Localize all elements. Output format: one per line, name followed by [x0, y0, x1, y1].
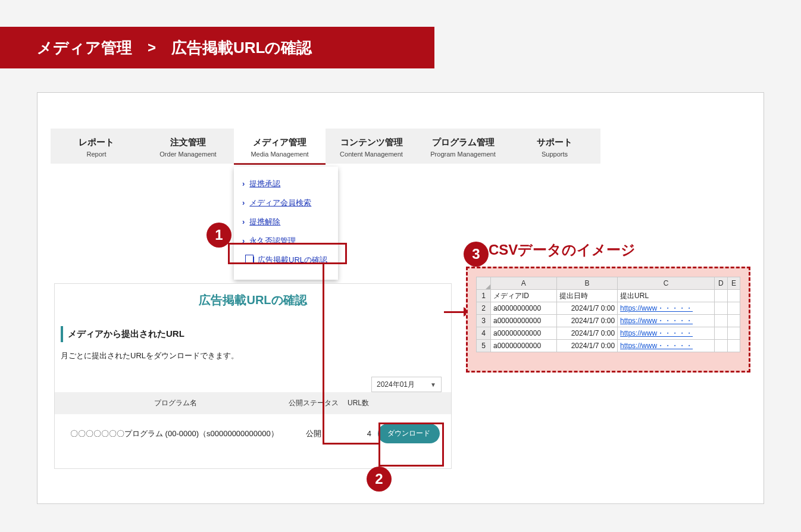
- connector-line: [323, 264, 324, 445]
- cell-datetime[interactable]: 2024/1/7 0:00: [556, 327, 617, 340]
- spreadsheet-row: 3 a00000000000 2024/1/7 0:00 https://www…: [477, 315, 740, 327]
- nav-support[interactable]: サポート Supports: [509, 129, 600, 164]
- month-select-value: 2024年01月: [377, 380, 415, 390]
- col-B[interactable]: B: [556, 277, 617, 290]
- row-number[interactable]: 4: [477, 327, 491, 340]
- col-E[interactable]: E: [727, 277, 740, 290]
- row-number[interactable]: 3: [477, 315, 491, 327]
- cell-datetime[interactable]: 2024/1/7 0:00: [556, 340, 617, 352]
- header-mediaid[interactable]: メディアID: [491, 290, 557, 302]
- cell-mediaid[interactable]: a00000000000: [491, 315, 557, 327]
- page-title: 広告掲載URLの確認: [55, 292, 451, 308]
- cell-mediaid[interactable]: a00000000000: [491, 302, 557, 315]
- document-icon: [247, 256, 254, 264]
- cell-url[interactable]: https://www・・・・・: [618, 327, 715, 340]
- screenshot-panel: レポート Report 注文管理 Order Management メディア管理…: [37, 92, 764, 504]
- cell-urlcount: 4: [340, 429, 376, 438]
- step-bullet-3: 3: [464, 242, 489, 267]
- header-datetime[interactable]: 提出日時: [556, 290, 617, 302]
- cell-datetime[interactable]: 2024/1/7 0:00: [556, 315, 617, 327]
- nav-label-en: Program Management: [417, 151, 509, 158]
- nav-label-en: Supports: [509, 151, 600, 158]
- caret-down-icon: ▼: [430, 381, 436, 388]
- breadcrumb-item-1: メディア管理: [37, 37, 132, 58]
- nav-label-en: Content Management: [326, 151, 417, 158]
- dropdown-item-unpartner[interactable]: 提携解除: [242, 217, 338, 227]
- spreadsheet-col-header: A B C D E: [477, 277, 740, 290]
- connector-line: [444, 311, 466, 313]
- cell-url[interactable]: https://www・・・・・: [618, 302, 715, 315]
- spreadsheet-row-1: 1 メディアID 提出日時 提出URL: [477, 290, 740, 302]
- nav-label-ja: コンテンツ管理: [340, 137, 403, 147]
- col-program: プログラム名: [64, 398, 287, 408]
- cell-url[interactable]: https://www・・・・・: [618, 340, 715, 352]
- step-bullet-1: 1: [206, 223, 231, 248]
- cell-url[interactable]: https://www・・・・・: [618, 315, 715, 327]
- url-check-panel: 広告掲載URLの確認 メディアから提出されたURL 月ごとに提出されたURLをダ…: [54, 283, 452, 469]
- section-desc: 月ごとに提出されたURLをダウンロードできます。: [61, 351, 451, 361]
- spreadsheet-row: 2 a00000000000 2024/1/7 0:00 https://www…: [477, 302, 740, 315]
- nav-content[interactable]: コンテンツ管理 Content Management: [326, 129, 417, 164]
- download-button[interactable]: ダウンロード: [378, 424, 440, 443]
- nav-program[interactable]: プログラム管理 Program Management: [417, 129, 509, 164]
- cell-mediaid[interactable]: a00000000000: [491, 340, 557, 352]
- svg-marker-0: [486, 284, 490, 289]
- row-number[interactable]: 1: [477, 290, 491, 302]
- table-header: プログラム名 公開ステータス URL数: [55, 392, 451, 414]
- csv-preview: A B C D E 1 メディアID 提出日時 提出URL 2 a0000000…: [466, 267, 750, 373]
- nav-label-ja: レポート: [79, 137, 114, 147]
- section-heading: メディアから提出されたURL: [61, 326, 451, 342]
- nav-label-ja: プログラム管理: [432, 137, 495, 147]
- month-select[interactable]: 2024年01月 ▼: [371, 377, 442, 392]
- nav-media[interactable]: メディア管理 Media Management: [234, 129, 326, 164]
- cell-datetime[interactable]: 2024/1/7 0:00: [556, 302, 617, 315]
- nav-report[interactable]: レポート Report: [51, 129, 142, 164]
- breadcrumb: メディア管理 > 広告掲載URLの確認: [0, 27, 434, 68]
- cell-status: 公開: [287, 428, 340, 439]
- step-bullet-2: 2: [367, 467, 392, 492]
- select-all-cell[interactable]: [477, 277, 491, 290]
- nav-label-en: Media Management: [234, 151, 326, 158]
- nav-order[interactable]: 注文管理 Order Management: [142, 129, 234, 164]
- row-number[interactable]: 2: [477, 302, 491, 315]
- col-A[interactable]: A: [491, 277, 557, 290]
- table-row: 〇〇〇〇〇〇〇プログラム (00-0000)（s00000000000000） …: [55, 414, 451, 453]
- dropdown-item-permanent-deny[interactable]: 永久否認管理: [242, 236, 338, 246]
- col-urlcount: URL数: [340, 398, 376, 408]
- col-C[interactable]: C: [618, 277, 715, 290]
- nav-label-ja: 注文管理: [170, 137, 206, 147]
- csv-caption: CSVデータのイメージ: [489, 240, 636, 259]
- cell-program-name: 〇〇〇〇〇〇〇プログラム (00-0000)（s00000000000000）: [64, 428, 287, 439]
- spreadsheet-row: 4 a00000000000 2024/1/7 0:00 https://www…: [477, 327, 740, 340]
- spreadsheet-row: 5 a00000000000 2024/1/7 0:00 https://www…: [477, 340, 740, 352]
- spreadsheet: A B C D E 1 メディアID 提出日時 提出URL 2 a0000000…: [476, 277, 740, 352]
- nav-label-ja: サポート: [537, 137, 572, 147]
- media-dropdown: 提携承認 メディア会員検索 提携解除 永久否認管理 広告掲載URLの確認: [234, 167, 338, 280]
- nav-label-ja: メディア管理: [253, 137, 306, 147]
- col-D[interactable]: D: [714, 277, 727, 290]
- header-url[interactable]: 提出URL: [618, 290, 715, 302]
- breadcrumb-item-2: 広告掲載URLの確認: [171, 37, 312, 58]
- dropdown-item-member-search[interactable]: メディア会員検索: [242, 198, 338, 208]
- row-number[interactable]: 5: [477, 340, 491, 352]
- connector-line: [323, 443, 380, 445]
- nav-label-en: Order Management: [142, 151, 234, 158]
- nav-label-en: Report: [51, 151, 142, 158]
- chevron-right-icon: >: [148, 39, 156, 56]
- col-status: 公開ステータス: [287, 398, 340, 408]
- dropdown-item-approve[interactable]: 提携承認: [242, 179, 338, 189]
- top-nav: レポート Report 注文管理 Order Management メディア管理…: [51, 129, 600, 164]
- cell-mediaid[interactable]: a00000000000: [491, 327, 557, 340]
